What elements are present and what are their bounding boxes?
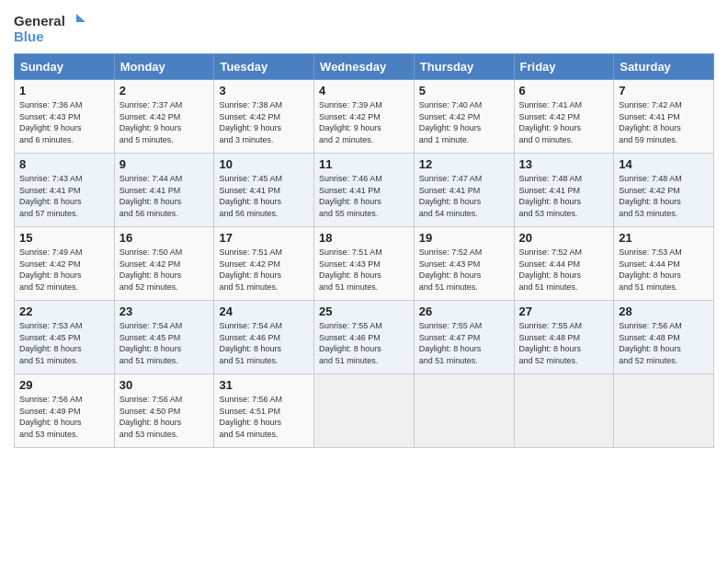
day-number: 8 [19, 157, 109, 171]
day-number: 23 [119, 304, 210, 318]
day-info: Sunrise: 7:55 AM Sunset: 4:47 PM Dayligh… [419, 320, 509, 366]
day-number: 25 [319, 304, 409, 318]
day-info: Sunrise: 7:56 AM Sunset: 4:50 PM Dayligh… [119, 394, 210, 440]
page-container: General Blue SundayMondayTuesdayWednesda… [0, 0, 728, 457]
calendar-cell [514, 374, 614, 448]
day-number: 14 [619, 157, 709, 171]
calendar-week-4: 22Sunrise: 7:53 AM Sunset: 4:45 PM Dayli… [15, 301, 714, 374]
day-number: 20 [519, 231, 609, 245]
svg-text:General: General [14, 13, 65, 29]
calendar-cell [414, 374, 514, 448]
header-cell-thursday: Thursday [414, 54, 514, 80]
day-number: 12 [419, 157, 509, 171]
calendar-cell: 14Sunrise: 7:48 AM Sunset: 4:42 PM Dayli… [614, 154, 714, 227]
day-number: 29 [19, 378, 109, 392]
calendar-week-3: 15Sunrise: 7:49 AM Sunset: 4:42 PM Dayli… [15, 227, 714, 301]
calendar-cell: 18Sunrise: 7:51 AM Sunset: 4:43 PM Dayli… [314, 227, 415, 301]
day-info: Sunrise: 7:55 AM Sunset: 4:48 PM Dayligh… [519, 320, 609, 366]
day-info: Sunrise: 7:55 AM Sunset: 4:46 PM Dayligh… [319, 320, 409, 366]
day-number: 1 [19, 84, 109, 98]
calendar-cell: 29Sunrise: 7:56 AM Sunset: 4:49 PM Dayli… [15, 374, 115, 448]
day-info: Sunrise: 7:44 AM Sunset: 4:41 PM Dayligh… [119, 173, 210, 219]
day-info: Sunrise: 7:56 AM Sunset: 4:51 PM Dayligh… [219, 394, 309, 440]
day-number: 5 [419, 84, 509, 98]
day-number: 7 [619, 84, 709, 98]
day-number: 21 [619, 231, 709, 245]
day-info: Sunrise: 7:52 AM Sunset: 4:43 PM Dayligh… [419, 247, 509, 293]
day-number: 19 [419, 231, 509, 245]
calendar-cell: 1Sunrise: 7:36 AM Sunset: 4:43 PM Daylig… [15, 80, 115, 154]
day-info: Sunrise: 7:54 AM Sunset: 4:46 PM Dayligh… [219, 320, 309, 366]
header: General Blue [14, 9, 714, 46]
day-info: Sunrise: 7:38 AM Sunset: 4:42 PM Dayligh… [219, 99, 309, 145]
header-cell-monday: Monday [114, 54, 214, 80]
day-info: Sunrise: 7:49 AM Sunset: 4:42 PM Dayligh… [19, 247, 109, 293]
calendar-cell: 16Sunrise: 7:50 AM Sunset: 4:42 PM Dayli… [114, 227, 214, 301]
day-info: Sunrise: 7:48 AM Sunset: 4:41 PM Dayligh… [519, 173, 609, 219]
svg-text:Blue: Blue [14, 29, 44, 44]
day-number: 6 [519, 84, 609, 98]
calendar-cell: 23Sunrise: 7:54 AM Sunset: 4:45 PM Dayli… [114, 301, 214, 374]
calendar-week-1: 1Sunrise: 7:36 AM Sunset: 4:43 PM Daylig… [15, 80, 714, 154]
day-number: 27 [519, 304, 609, 318]
day-info: Sunrise: 7:54 AM Sunset: 4:45 PM Dayligh… [119, 320, 210, 366]
calendar-cell [314, 374, 415, 448]
calendar-cell: 12Sunrise: 7:47 AM Sunset: 4:41 PM Dayli… [414, 154, 514, 227]
day-number: 31 [219, 378, 309, 392]
calendar-cell: 31Sunrise: 7:56 AM Sunset: 4:51 PM Dayli… [214, 374, 314, 448]
day-number: 4 [319, 84, 409, 98]
day-number: 30 [119, 378, 210, 392]
calendar-cell: 22Sunrise: 7:53 AM Sunset: 4:45 PM Dayli… [15, 301, 115, 374]
day-number: 18 [319, 231, 409, 245]
calendar-cell: 24Sunrise: 7:54 AM Sunset: 4:46 PM Dayli… [214, 301, 314, 374]
calendar-cell: 19Sunrise: 7:52 AM Sunset: 4:43 PM Dayli… [414, 227, 514, 301]
day-number: 26 [419, 304, 509, 318]
day-info: Sunrise: 7:53 AM Sunset: 4:45 PM Dayligh… [19, 320, 109, 366]
calendar-cell: 17Sunrise: 7:51 AM Sunset: 4:42 PM Dayli… [214, 227, 314, 301]
day-info: Sunrise: 7:45 AM Sunset: 4:41 PM Dayligh… [219, 173, 309, 219]
day-info: Sunrise: 7:39 AM Sunset: 4:42 PM Dayligh… [319, 99, 409, 145]
day-number: 15 [19, 231, 109, 245]
day-info: Sunrise: 7:50 AM Sunset: 4:42 PM Dayligh… [119, 247, 210, 293]
day-info: Sunrise: 7:46 AM Sunset: 4:41 PM Dayligh… [319, 173, 409, 219]
calendar-cell: 26Sunrise: 7:55 AM Sunset: 4:47 PM Dayli… [414, 301, 514, 374]
calendar-cell: 9Sunrise: 7:44 AM Sunset: 4:41 PM Daylig… [114, 154, 214, 227]
day-info: Sunrise: 7:53 AM Sunset: 4:44 PM Dayligh… [619, 247, 709, 293]
calendar-cell: 25Sunrise: 7:55 AM Sunset: 4:46 PM Dayli… [314, 301, 415, 374]
day-info: Sunrise: 7:40 AM Sunset: 4:42 PM Dayligh… [419, 99, 509, 145]
day-number: 2 [119, 84, 210, 98]
calendar-cell: 8Sunrise: 7:43 AM Sunset: 4:41 PM Daylig… [15, 154, 115, 227]
header-cell-wednesday: Wednesday [314, 54, 415, 80]
calendar-table: SundayMondayTuesdayWednesdayThursdayFrid… [14, 53, 714, 448]
day-number: 16 [119, 231, 210, 245]
calendar-cell: 11Sunrise: 7:46 AM Sunset: 4:41 PM Dayli… [314, 154, 415, 227]
day-info: Sunrise: 7:48 AM Sunset: 4:42 PM Dayligh… [619, 173, 709, 219]
logo-svg: General Blue [14, 9, 87, 46]
svg-marker-2 [76, 14, 85, 22]
calendar-cell: 4Sunrise: 7:39 AM Sunset: 4:42 PM Daylig… [314, 80, 415, 154]
calendar-cell: 15Sunrise: 7:49 AM Sunset: 4:42 PM Dayli… [15, 227, 115, 301]
header-cell-friday: Friday [514, 54, 614, 80]
day-number: 10 [219, 157, 309, 171]
header-cell-tuesday: Tuesday [214, 54, 314, 80]
calendar-cell: 27Sunrise: 7:55 AM Sunset: 4:48 PM Dayli… [514, 301, 614, 374]
day-info: Sunrise: 7:37 AM Sunset: 4:42 PM Dayligh… [119, 99, 210, 145]
calendar-cell: 5Sunrise: 7:40 AM Sunset: 4:42 PM Daylig… [414, 80, 514, 154]
day-number: 24 [219, 304, 309, 318]
header-row: SundayMondayTuesdayWednesdayThursdayFrid… [15, 54, 714, 80]
header-cell-saturday: Saturday [614, 54, 714, 80]
day-number: 17 [219, 231, 309, 245]
day-info: Sunrise: 7:56 AM Sunset: 4:49 PM Dayligh… [19, 394, 109, 440]
calendar-cell: 28Sunrise: 7:56 AM Sunset: 4:48 PM Dayli… [614, 301, 714, 374]
day-info: Sunrise: 7:52 AM Sunset: 4:44 PM Dayligh… [519, 247, 609, 293]
calendar-week-2: 8Sunrise: 7:43 AM Sunset: 4:41 PM Daylig… [15, 154, 714, 227]
day-info: Sunrise: 7:56 AM Sunset: 4:48 PM Dayligh… [619, 320, 709, 366]
day-info: Sunrise: 7:42 AM Sunset: 4:41 PM Dayligh… [619, 99, 709, 145]
day-number: 22 [19, 304, 109, 318]
calendar-cell: 30Sunrise: 7:56 AM Sunset: 4:50 PM Dayli… [114, 374, 214, 448]
calendar-cell: 2Sunrise: 7:37 AM Sunset: 4:42 PM Daylig… [114, 80, 214, 154]
calendar-cell: 13Sunrise: 7:48 AM Sunset: 4:41 PM Dayli… [514, 154, 614, 227]
day-number: 28 [619, 304, 709, 318]
calendar-cell: 6Sunrise: 7:41 AM Sunset: 4:42 PM Daylig… [514, 80, 614, 154]
day-info: Sunrise: 7:43 AM Sunset: 4:41 PM Dayligh… [19, 173, 109, 219]
